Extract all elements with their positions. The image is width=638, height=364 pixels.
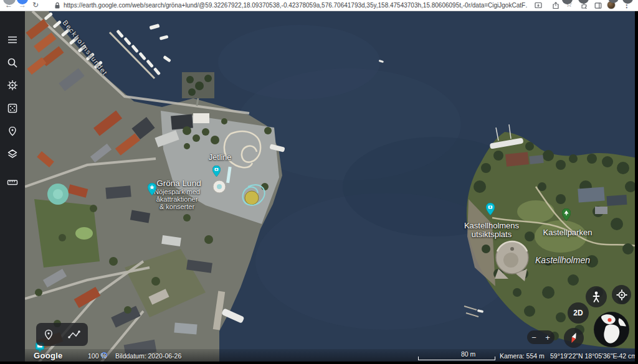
projects-placemark-icon[interactable] bbox=[7, 126, 18, 137]
browser-toolbar: ← → ↻ https://earth.google.com/web/searc… bbox=[0, 0, 638, 11]
label-kastellholmen: Kastellholmen bbox=[535, 255, 590, 265]
label-kastellparken[interactable]: Kastellparken bbox=[543, 228, 593, 237]
map-canvas[interactable]: Beckholmssundet Jetline Gröna Lund Nöjes… bbox=[0, 0, 638, 364]
2d-mode-label: 2D bbox=[573, 309, 583, 317]
window-edge-right bbox=[635, 11, 638, 364]
status-bar: Google 100 % Bilddatum: 2020-06-26 80 m … bbox=[25, 349, 635, 362]
2d-mode-button[interactable]: 2D bbox=[568, 302, 589, 324]
earth-sidebar bbox=[0, 11, 25, 364]
label-jetline[interactable]: Jetline bbox=[209, 153, 231, 162]
zoom-control: − + bbox=[527, 330, 555, 344]
satellite-imagery[interactable] bbox=[25, 11, 638, 364]
label-grona-lund-sub3: & konserter bbox=[160, 203, 194, 210]
my-location-button[interactable] bbox=[612, 285, 631, 304]
address-bar[interactable]: https://earth.google.com/web/search/grön… bbox=[64, 2, 528, 9]
google-earth-window: Beckholmssundet Jetline Gröna Lund Nöjes… bbox=[0, 0, 638, 364]
elevation: -42 cm bbox=[617, 352, 637, 360]
globe-icon bbox=[594, 312, 629, 347]
label-grona-lund[interactable]: Gröna Lund bbox=[156, 179, 201, 188]
zoom-out-button[interactable]: − bbox=[529, 334, 539, 342]
forward-button[interactable]: → bbox=[19, 1, 26, 9]
google-logo: Google bbox=[34, 351, 63, 360]
attraction-pin-grona-lund[interactable] bbox=[148, 183, 156, 195]
measure-path-icon[interactable] bbox=[68, 330, 80, 340]
share-icon[interactable] bbox=[552, 2, 559, 9]
label-kastellholmens-utsiktsplats-1[interactable]: Kastellholmens bbox=[464, 221, 519, 230]
install-app-icon[interactable] bbox=[535, 2, 542, 9]
side-panel-icon[interactable] bbox=[594, 2, 602, 9]
camera-altitude: Kamera: 554 m bbox=[500, 352, 545, 360]
voyager-helm-icon[interactable] bbox=[7, 80, 18, 91]
label-kastellholmens-utsiktsplats-2[interactable]: utsiktsplats bbox=[472, 230, 512, 239]
zoom-in-button[interactable]: + bbox=[543, 334, 553, 342]
reload-button[interactable]: ↻ bbox=[32, 1, 39, 9]
photo-pin-jetline[interactable] bbox=[212, 166, 221, 177]
coordinates: 59°19'22"N 18°05'36"E bbox=[550, 352, 617, 360]
back-button[interactable]: ← bbox=[5, 1, 12, 9]
park-pin-kastellparken[interactable] bbox=[562, 208, 571, 221]
map-tools-pill bbox=[36, 323, 88, 346]
add-placemark-icon[interactable] bbox=[44, 329, 54, 340]
image-date: Bilddatum: 2020-06-26 bbox=[115, 352, 181, 360]
loading-percent: 100 % bbox=[88, 352, 107, 360]
scale-bar bbox=[418, 357, 495, 360]
menu-icon[interactable] bbox=[7, 34, 18, 45]
pegman-icon bbox=[591, 291, 601, 303]
window-edge-bottom bbox=[0, 362, 638, 364]
pegman-button[interactable] bbox=[586, 286, 607, 307]
feeling-lucky-dice-icon[interactable] bbox=[7, 103, 18, 114]
globe-view-button[interactable] bbox=[594, 312, 629, 347]
label-grona-lund-sub1: Nöjespark med bbox=[154, 188, 200, 195]
my-location-icon bbox=[616, 289, 627, 301]
lock-icon[interactable] bbox=[54, 2, 61, 9]
photo-pin-utsiktsplats[interactable] bbox=[486, 203, 495, 215]
measure-ruler-icon[interactable] bbox=[7, 177, 18, 188]
label-grona-lund-sub2: åkattraktioner bbox=[156, 195, 198, 203]
compass-button[interactable] bbox=[564, 328, 584, 348]
map-style-layers-icon[interactable] bbox=[7, 148, 18, 159]
compass-needle-icon bbox=[567, 331, 581, 345]
search-icon[interactable] bbox=[7, 57, 18, 68]
